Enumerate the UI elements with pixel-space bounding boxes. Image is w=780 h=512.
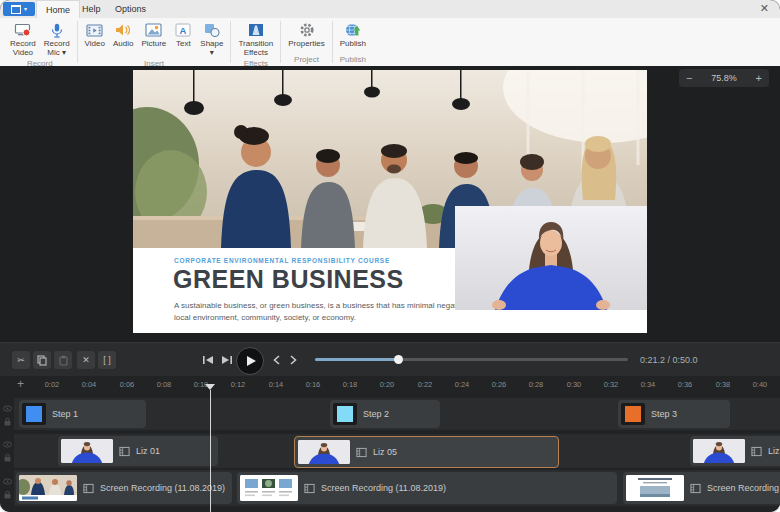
svg-text:A: A: [180, 25, 187, 36]
titlebar: ▾ Home Help Options ✕: [0, 0, 780, 18]
seek-slider[interactable]: [315, 358, 628, 361]
previous-slide-button[interactable]: [268, 353, 284, 367]
ruler-tick: 0:04: [82, 380, 97, 389]
chevron-right-icon: [290, 355, 297, 365]
video-icon: [86, 22, 104, 38]
ribbon-separator: [77, 21, 78, 63]
film-icon: [304, 483, 315, 494]
film-icon: [83, 483, 94, 494]
delete-button[interactable]: ✕: [77, 351, 95, 369]
step-thumbnail: [621, 403, 645, 425]
clip-step-3[interactable]: Step 3: [618, 400, 730, 428]
slide-preview[interactable]: CORPORATE ENVIRONMENTAL RESPONSIBILITY C…: [133, 70, 647, 333]
playhead-line[interactable]: [210, 390, 211, 512]
ruler-tick: 0:14: [269, 380, 284, 389]
tab-help[interactable]: Help: [73, 0, 110, 18]
paste-button[interactable]: [54, 351, 72, 369]
app-menu-button[interactable]: ▾: [3, 2, 35, 16]
group-label-project: Project: [294, 54, 319, 66]
presenter-video[interactable]: [455, 206, 647, 310]
slide-kicker: CORPORATE ENVIRONMENTAL RESPONSIBILITY C…: [174, 257, 390, 264]
play-button[interactable]: [236, 347, 264, 375]
split-button[interactable]: [ ]: [98, 351, 116, 369]
track-lock-icon[interactable]: [3, 417, 12, 426]
seek-progress: [315, 358, 399, 361]
clip-liz-05[interactable]: Liz 05: [294, 436, 559, 468]
track-steps: Step 1 Step 2 Step 3: [14, 398, 780, 430]
clip-screen-recording-3[interactable]: Screen Recording (11.08.2019): [623, 472, 780, 504]
video-thumbnail: [19, 475, 77, 501]
ribbon-separator: [280, 21, 281, 63]
record-video-button[interactable]: RecordVideo: [6, 21, 40, 58]
track-presenter: Liz 01 Liz 05 Liz 06: [14, 434, 780, 468]
skip-to-end-button[interactable]: [219, 353, 235, 367]
add-track-button[interactable]: +: [17, 377, 24, 391]
step-thumbnail: [333, 403, 357, 425]
video-thumbnail: [61, 439, 113, 463]
slide-title: GREEN BUSINESS: [173, 265, 404, 294]
ruler-tick: 0:08: [157, 380, 172, 389]
insert-text-button[interactable]: A Text: [170, 21, 196, 49]
track-lock-icon[interactable]: [3, 453, 12, 462]
publish-globe-icon: [344, 22, 362, 38]
time-display: 0:21.2 / 0:50.0: [640, 355, 698, 365]
insert-video-button[interactable]: Video: [81, 21, 109, 49]
film-icon: [119, 446, 130, 457]
text-icon: A: [174, 22, 192, 38]
zoom-out-button[interactable]: −: [686, 73, 692, 84]
cut-button[interactable]: ✂: [12, 351, 30, 369]
record-mic-icon: [48, 22, 66, 38]
shape-icon: [203, 22, 221, 38]
ribbon-group-effects: TransitionEffects Effects: [234, 18, 277, 66]
ribbon-separator: [332, 21, 333, 63]
copy-button[interactable]: [33, 351, 51, 369]
ruler-tick: 0:16: [306, 380, 321, 389]
ribbon-group-record: RecordVideo RecordMic ▾ Record: [6, 18, 74, 66]
ruler-tick: 0:26: [492, 380, 507, 389]
insert-shape-button[interactable]: Shape▾: [196, 21, 227, 58]
app-window: ▾ Home Help Options ✕ RecordVideo Recor: [0, 0, 780, 512]
clip-screen-recording-2[interactable]: Screen Recording (11.08.2019): [237, 472, 617, 504]
track-visibility-icon[interactable]: [3, 404, 12, 413]
skip-end-icon: [221, 355, 233, 365]
track-lock-icon[interactable]: [3, 490, 12, 499]
ruler-tick: 0:40: [753, 380, 768, 389]
publish-button[interactable]: Publish: [336, 21, 370, 49]
clip-screen-recording-1[interactable]: Screen Recording (11.08.2019): [16, 472, 232, 504]
zoom-in-button[interactable]: +: [756, 73, 762, 84]
clip-step-1[interactable]: Step 1: [19, 400, 146, 428]
group-label-publish: Publish: [340, 54, 366, 66]
seek-thumb[interactable]: [394, 355, 403, 364]
ribbon-group-insert: Video Audio Picture A: [81, 18, 228, 66]
ruler-tick: 0:06: [120, 380, 135, 389]
skip-to-start-button[interactable]: [200, 353, 216, 367]
properties-button[interactable]: Properties: [284, 21, 328, 49]
next-slide-button[interactable]: [285, 353, 301, 367]
ruler-tick: 0:02: [45, 380, 60, 389]
insert-picture-button[interactable]: Picture: [137, 21, 170, 49]
transition-effects-button[interactable]: TransitionEffects: [234, 21, 277, 58]
brackets-icon: [ ]: [103, 355, 111, 365]
clip-liz-01[interactable]: Liz 01: [58, 436, 218, 466]
gear-icon: [298, 22, 316, 38]
tab-options[interactable]: Options: [106, 0, 155, 18]
clip-step-2[interactable]: Step 2: [330, 400, 440, 428]
ribbon-separator: [230, 21, 231, 63]
record-video-icon: [14, 22, 32, 38]
ruler-tick: 0:38: [716, 380, 731, 389]
track-visibility-icon[interactable]: [3, 477, 12, 486]
insert-audio-button[interactable]: Audio: [109, 21, 137, 49]
film-icon: [690, 483, 701, 494]
skip-start-icon: [202, 355, 214, 365]
ruler-tick: 0:22: [418, 380, 433, 389]
delete-x-icon: ✕: [82, 355, 90, 365]
record-mic-button[interactable]: RecordMic ▾: [40, 21, 74, 58]
ruler-tick: 0:12: [231, 380, 246, 389]
track-visibility-icon[interactable]: [3, 440, 12, 449]
copy-icon: [37, 355, 47, 366]
transition-effects-icon: [247, 22, 265, 38]
scissors-icon: ✂: [17, 355, 25, 365]
picture-icon: [145, 22, 163, 38]
clip-liz-06[interactable]: Liz 06: [690, 436, 780, 466]
close-button[interactable]: ✕: [760, 3, 769, 14]
